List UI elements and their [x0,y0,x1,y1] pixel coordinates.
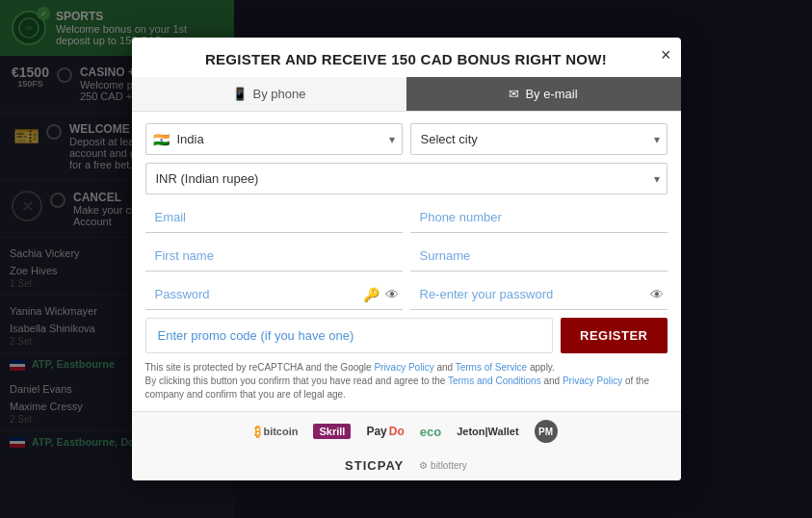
sticpay-row: STICPAY ⚙ bitlottery [145,458,668,473]
legal-text: This site is protected by reCAPTCHA and … [145,361,668,401]
country-city-row: 🇮🇳 India United States Canada ▾ Select c… [145,123,668,155]
modal-tabs: 📱 By phone ✉ By e-mail [132,77,681,112]
country-select[interactable]: India United States Canada [145,123,403,155]
bitcoin-icon: ₿bitcoin [254,424,298,439]
sticpay-icon: STICPAY [345,458,404,473]
phone-icon: 📱 [232,87,248,101]
city-select-wrap: Select city ▾ [410,123,668,155]
terms-conditions-link[interactable]: Terms and Conditions [448,376,541,386]
register-button[interactable]: REGISTER [561,318,667,353]
password-icons: 🔑 👁 [363,287,399,302]
phone-field[interactable] [410,202,668,233]
modal-body: 🇮🇳 India United States Canada ▾ Select c… [132,112,681,411]
modal-close-button[interactable]: × [661,45,671,65]
privacy-policy-link-2[interactable]: Privacy Policy [563,376,622,386]
registration-modal: × REGISTER AND RECEIVE 150 CAD BONUS RIG… [132,38,681,480]
privacy-policy-link-1[interactable]: Privacy Policy [374,362,433,373]
repassword-field[interactable] [410,279,668,310]
bitlottery-icon: ⚙ bitlottery [419,460,467,471]
tab-email[interactable]: ✉ By e-mail [406,77,681,111]
eco-icon: eco [420,425,441,439]
pm-icon: PM [535,420,558,443]
name-row [145,241,668,272]
repassword-wrap: 👁 [410,279,668,310]
repassword-icons: 👁 [650,287,664,302]
terms-link-1[interactable]: Terms of Service [456,362,527,373]
currency-select-wrap: INR (Indian rupee) USD EUR CAD ▾ [145,163,668,194]
key-icon: 🔑 [363,287,380,302]
firstname-field[interactable] [145,241,403,272]
eye-icon-2[interactable]: 👁 [650,287,664,302]
modal-overlay: × REGISTER AND RECEIVE 150 CAD BONUS RIG… [0,0,812,518]
country-select-wrap: 🇮🇳 India United States Canada ▾ [145,123,403,155]
surname-field[interactable] [410,241,668,272]
promo-field[interactable] [145,318,554,353]
jeton-icon: Jeton|Wallet [457,426,518,437]
india-flag-icon: 🇮🇳 [153,132,170,147]
skrill-icon: Skrill [313,424,351,439]
payment-footer: ₿bitcoin Skrill PayDo eco Jeton|Wallet P… [132,411,681,480]
promo-register-row: REGISTER [145,318,668,353]
email-field[interactable] [145,202,403,233]
email-phone-row [145,202,668,233]
paydo-icon: PayDo [366,425,404,438]
city-select[interactable]: Select city [410,123,668,155]
password-row: 🔑 👁 👁 [145,279,668,310]
email-icon: ✉ [509,87,519,101]
password-wrap: 🔑 👁 [145,279,403,310]
currency-select[interactable]: INR (Indian rupee) USD EUR CAD [145,163,668,194]
tab-phone[interactable]: 📱 By phone [132,77,406,111]
currency-row: INR (Indian rupee) USD EUR CAD ▾ [145,163,668,194]
eye-icon[interactable]: 👁 [385,287,399,302]
modal-title: REGISTER AND RECEIVE 150 CAD BONUS RIGHT… [132,38,681,77]
